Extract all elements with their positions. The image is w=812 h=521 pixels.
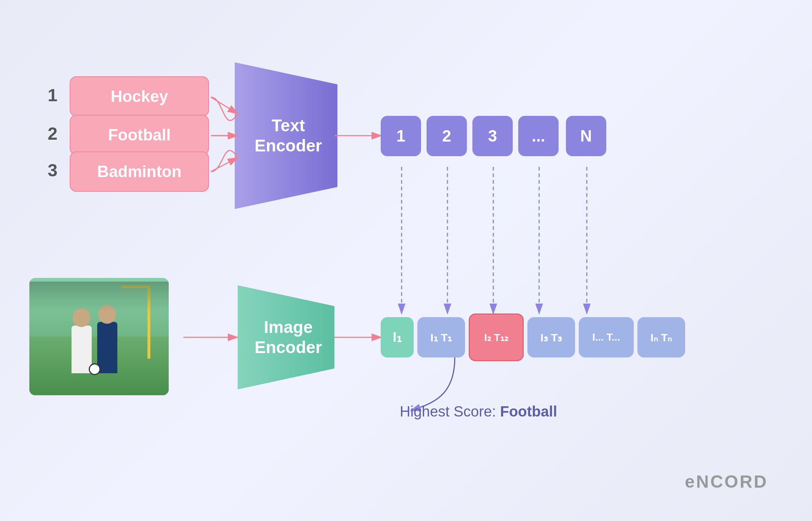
token-box-N: N: [566, 116, 606, 156]
token-box-2: 2: [427, 116, 467, 156]
label-num-1: 1: [48, 85, 58, 105]
bottom-token-idots: I... T...: [579, 317, 634, 357]
encord-logo: eNCORD: [685, 472, 768, 492]
bottom-token-i2t12: I₂ T₁₂: [469, 313, 524, 361]
highest-score-label: Highest Score: Football: [400, 403, 557, 420]
label-num-3: 3: [48, 160, 58, 180]
text-encoder-label: Text Encoder: [252, 108, 325, 163]
bottom-token-intn: Iₙ Tₙ: [637, 317, 685, 357]
input-box-football: Football: [70, 115, 209, 155]
svg-marker-0: [235, 62, 337, 209]
svg-line-4: [211, 97, 238, 114]
bottom-token-i3t3: I₃ T₃: [527, 317, 575, 357]
token-box-3: 3: [472, 116, 513, 156]
label-num-2: 2: [48, 124, 58, 144]
svg-line-6: [211, 158, 238, 172]
input-box-badminton: Badminton: [70, 151, 209, 192]
input-box-hockey: Hockey: [70, 76, 209, 117]
bottom-token-i1t1: I₁ T₁: [417, 317, 465, 357]
token-box-1: 1: [381, 116, 421, 156]
bottom-token-i1: I₁: [381, 317, 414, 357]
image-encoder-label: Image Encoder: [252, 313, 325, 361]
token-box-dots: ...: [518, 116, 559, 156]
football-photo: [29, 278, 169, 395]
diagram-container: 1 2 3 Hockey Football Badminton Text Enc…: [0, 0, 812, 521]
